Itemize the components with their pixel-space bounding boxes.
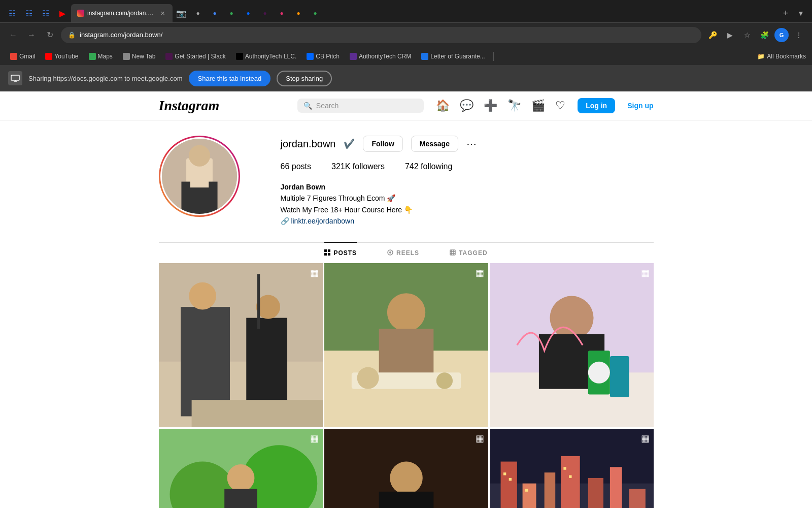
- svg-rect-67: [563, 467, 566, 469]
- tagged-icon: [450, 249, 456, 257]
- bookmarks-divider: [493, 52, 494, 61]
- bookmarks-bar: Gmail YouTube Maps New Tab Get Started |…: [0, 47, 812, 65]
- tab-posts[interactable]: POSTS: [324, 242, 357, 263]
- tab-close-btn[interactable]: ✕: [158, 9, 166, 17]
- bookmark-youtube[interactable]: YouTube: [41, 52, 82, 61]
- bookmark-slack[interactable]: Get Started | Slack: [161, 52, 230, 61]
- stop-sharing-btn[interactable]: Stop sharing: [277, 71, 332, 86]
- bookmark-authoritytech[interactable]: AuthorityTech LLC.: [232, 52, 300, 61]
- tab-youtube-icon[interactable]: ▶: [54, 5, 71, 21]
- bookmark-gmail[interactable]: Gmail: [6, 52, 39, 61]
- bookmark-letter[interactable]: Letter of Guarante...: [417, 52, 489, 61]
- svg-rect-61: [588, 478, 603, 508]
- lock-icon: 🔒: [68, 31, 76, 39]
- tab-extra-2[interactable]: ●: [207, 5, 223, 21]
- svg-point-23: [189, 282, 216, 309]
- tab-extra-3[interactable]: ●: [223, 5, 240, 21]
- tab-docs2-icon[interactable]: ☷: [21, 5, 37, 21]
- bookmark-gmail-label: Gmail: [19, 53, 35, 60]
- reload-btn[interactable]: ↻: [43, 28, 57, 42]
- profile-avatar-img[interactable]: [162, 139, 237, 214]
- search-icon: 🔍: [303, 102, 312, 110]
- post-1[interactable]: ▦: [159, 263, 323, 427]
- more-options-icon[interactable]: ⋯: [466, 138, 477, 150]
- sharing-bar: Sharing https://docs.google.com to meet.…: [0, 65, 812, 91]
- youtube-favicon: [45, 53, 52, 60]
- tab-extra-1[interactable]: ●: [190, 5, 206, 21]
- posts-grid: ▦ ▦: [159, 263, 654, 508]
- tab-instagram2-icon[interactable]: 📷: [173, 5, 189, 21]
- post-5[interactable]: ▦: [324, 429, 488, 508]
- signup-link[interactable]: Sign up: [627, 102, 653, 110]
- post-3[interactable]: ▦: [490, 263, 654, 427]
- nav-right: 🔑 ▶ ☆ 🧩 G ⋮: [705, 28, 806, 42]
- search-box[interactable]: 🔍: [297, 99, 424, 113]
- tab-menu-btn[interactable]: ▼: [794, 6, 808, 20]
- bookmark-maps[interactable]: Maps: [85, 52, 117, 61]
- svg-rect-58: [522, 483, 536, 508]
- instagram-logo: Instagram: [159, 98, 285, 114]
- post-multi-icon-6: ▦: [641, 433, 650, 444]
- reels-nav-icon[interactable]: 🎬: [531, 99, 545, 112]
- tab-extra-6[interactable]: ●: [274, 5, 290, 21]
- post-4[interactable]: ▦: [159, 429, 323, 508]
- bookmark-newtab[interactable]: New Tab: [119, 52, 159, 61]
- profile-icon[interactable]: G: [774, 28, 789, 42]
- tab-extra-7[interactable]: ●: [290, 5, 307, 21]
- address-input[interactable]: [80, 31, 694, 39]
- bookmark-cbpitch[interactable]: CB Pitch: [302, 52, 344, 61]
- svg-rect-30: [379, 329, 433, 378]
- login-btn[interactable]: Log in: [578, 98, 615, 113]
- followers-stat[interactable]: 321K followers: [331, 162, 385, 171]
- post-6[interactable]: ▦: [490, 429, 654, 508]
- share-tab-instead-btn[interactable]: Share this tab instead: [189, 71, 271, 86]
- svg-rect-48: [224, 489, 257, 508]
- posts-stat: 66 posts: [281, 162, 311, 171]
- messenger-icon[interactable]: 💬: [460, 99, 473, 112]
- post-multi-icon-5: ▦: [476, 433, 484, 444]
- svg-rect-59: [544, 472, 555, 508]
- bookmark-authoritytech-label: AuthorityTech LLC.: [245, 53, 296, 60]
- add-post-icon[interactable]: ➕: [484, 99, 497, 112]
- posts-count: 66 posts: [281, 162, 311, 171]
- gmail-favicon: [10, 53, 17, 60]
- tab-docs-icon[interactable]: ☷: [4, 5, 20, 21]
- explore-icon[interactable]: 🔭: [507, 99, 521, 112]
- bio-link[interactable]: linktr.ee/jordanbown: [291, 217, 354, 225]
- tab-extra-8[interactable]: ●: [307, 5, 323, 21]
- verified-badge-icon: ✔️: [344, 138, 355, 149]
- svg-rect-0: [11, 75, 19, 80]
- followers-count: 321K followers: [331, 162, 385, 171]
- tab-docs3-icon[interactable]: ☷: [38, 5, 54, 21]
- home-icon[interactable]: 🏠: [436, 99, 450, 112]
- bookmark-letter-label: Letter of Guarante...: [430, 53, 485, 60]
- tab-instagram-active[interactable]: instagram.com/jordan.bown/ ✕: [71, 4, 173, 22]
- reels-icon: [387, 249, 393, 257]
- tab-title-instagram: instagram.com/jordan.bown/: [87, 10, 155, 17]
- back-btn[interactable]: ←: [6, 28, 20, 42]
- search-input[interactable]: [316, 102, 418, 110]
- instagram-nav: Instagram 🔍 🏠 💬 ➕ 🔭 🎬 ♡ Log in Sign up: [159, 91, 654, 120]
- post-2[interactable]: ▦: [324, 263, 488, 427]
- tabs-nav: POSTS REELS: [159, 243, 654, 263]
- menu-icon[interactable]: ⋮: [792, 28, 806, 42]
- cast-icon[interactable]: ▶: [723, 28, 737, 42]
- address-bar[interactable]: 🔒: [61, 27, 701, 43]
- extensions-icon[interactable]: 🧩: [757, 28, 771, 42]
- forward-btn[interactable]: →: [24, 28, 39, 42]
- follow-btn[interactable]: Follow: [363, 136, 402, 152]
- nav-icons: 🏠 💬 ➕ 🔭 🎬 ♡: [436, 99, 565, 112]
- tab-extra-4[interactable]: ●: [240, 5, 256, 21]
- bookmarks-all-btn[interactable]: 📁 All Bookmarks: [757, 53, 806, 60]
- post-multi-icon-4: ▦: [310, 433, 319, 444]
- message-btn[interactable]: Message: [411, 136, 458, 152]
- password-icon[interactable]: 🔑: [705, 28, 720, 42]
- heart-icon[interactable]: ♡: [555, 99, 565, 112]
- tab-reels[interactable]: REELS: [387, 242, 419, 263]
- tab-tagged[interactable]: TAGGED: [450, 242, 487, 263]
- new-tab-btn[interactable]: +: [779, 6, 793, 20]
- following-stat[interactable]: 742 following: [405, 162, 452, 171]
- bookmark-star-icon[interactable]: ☆: [740, 28, 754, 42]
- tab-extra-5[interactable]: ●: [257, 5, 273, 21]
- bookmark-authoritytech-crm[interactable]: AuthorityTech CRM: [346, 52, 415, 61]
